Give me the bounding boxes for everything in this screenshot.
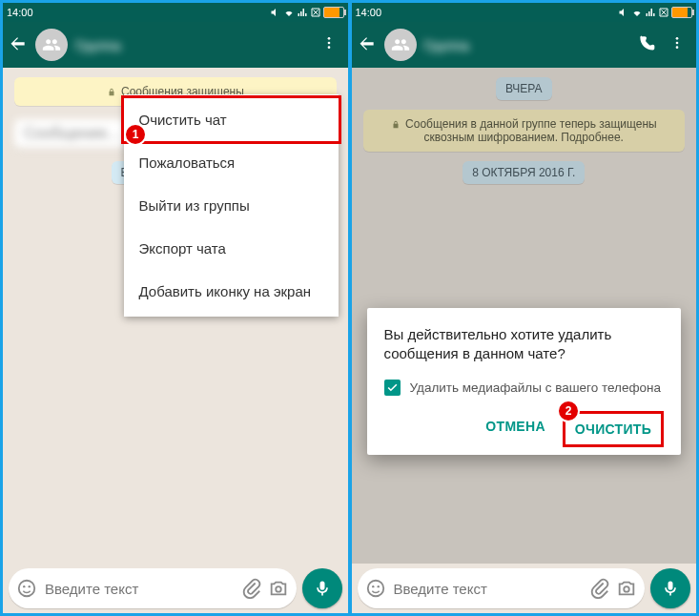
battery-icon <box>671 7 692 18</box>
chat-title[interactable]: Группа <box>424 37 630 53</box>
callout-marker-2: 2 <box>557 400 580 422</box>
signal-icon <box>297 7 308 18</box>
group-avatar[interactable] <box>35 29 68 61</box>
mute-icon <box>270 7 281 18</box>
svg-point-9 <box>676 46 679 49</box>
svg-point-11 <box>372 585 374 587</box>
svg-point-13 <box>624 586 629 592</box>
checkbox-label: Удалить медиафайлы с вашего телефона <box>410 380 662 397</box>
status-icons <box>618 7 692 18</box>
close-box-icon <box>658 7 669 18</box>
status-bar: 14:00 <box>3 3 348 22</box>
chat-header: Группа <box>3 22 348 68</box>
battery-icon <box>323 7 344 18</box>
checkbox-checked[interactable] <box>384 380 401 396</box>
group-avatar[interactable] <box>384 29 417 61</box>
menu-item-leave-group[interactable]: Выйти из группы <box>124 184 339 227</box>
chat-body: Сообщения защищены Сообщение... Вы были … <box>3 68 348 564</box>
svg-point-1 <box>327 42 330 45</box>
status-time: 14:00 <box>356 7 382 18</box>
phone-right: 14:00 Группа ВЧЕРА Сообщения в данной гр… <box>351 2 698 614</box>
message-input-field[interactable] <box>9 568 297 608</box>
camera-icon[interactable] <box>616 578 637 599</box>
svg-point-0 <box>327 37 330 40</box>
svg-point-6 <box>276 586 281 592</box>
phone-left: 14:00 Группа Сообщения защищены Сообщени… <box>2 2 349 614</box>
message-input[interactable] <box>392 580 585 598</box>
callout-marker-1: 1 <box>124 123 147 146</box>
chat-body: ВЧЕРА Сообщения в данной группе теперь з… <box>352 68 697 564</box>
wifi-icon <box>283 7 295 18</box>
menu-item-report[interactable]: Пожаловаться <box>124 141 339 184</box>
message-bubble[interactable]: Сообщение... <box>14 119 129 148</box>
svg-point-2 <box>327 46 330 49</box>
status-icons <box>270 7 344 18</box>
message-input-field[interactable] <box>358 568 646 608</box>
input-bar <box>352 564 697 613</box>
attach-icon[interactable] <box>241 578 262 599</box>
dialog-title: Вы действительно хотите удалить сообщени… <box>384 325 665 364</box>
close-box-icon <box>310 7 321 18</box>
menu-item-add-shortcut[interactable]: Добавить иконку на экран <box>124 270 339 313</box>
svg-point-7 <box>676 37 679 40</box>
attach-icon[interactable] <box>589 578 610 599</box>
chat-title[interactable]: Группа <box>75 37 308 53</box>
svg-point-10 <box>367 581 383 597</box>
mic-button[interactable] <box>302 568 342 608</box>
menu-item-clear-chat[interactable]: Очистить чат <box>121 95 341 144</box>
more-button[interactable] <box>316 30 342 60</box>
more-button[interactable] <box>664 30 690 60</box>
mic-button[interactable] <box>650 568 690 608</box>
dialog-checkbox-row[interactable]: Удалить медиафайлы с вашего телефона <box>384 380 665 397</box>
svg-point-5 <box>29 585 31 587</box>
svg-point-12 <box>377 585 379 587</box>
wifi-icon <box>631 7 643 18</box>
input-bar <box>3 564 348 613</box>
dialog-cancel-button[interactable]: ОТМЕНА <box>476 411 554 447</box>
message-input[interactable] <box>43 580 236 598</box>
status-bar: 14:00 <box>352 3 697 22</box>
signal-icon <box>645 7 656 18</box>
clear-chat-dialog: Вы действительно хотите удалить сообщени… <box>367 308 682 455</box>
mute-icon <box>618 7 629 18</box>
back-button[interactable] <box>9 33 28 56</box>
context-menu: Очистить чат Пожаловаться Выйти из групп… <box>124 94 339 317</box>
lock-icon <box>107 88 116 97</box>
camera-icon[interactable] <box>268 578 289 599</box>
menu-item-export-chat[interactable]: Экспорт чата <box>124 227 339 270</box>
status-time: 14:00 <box>7 7 33 18</box>
svg-point-4 <box>23 585 25 587</box>
svg-point-3 <box>19 581 35 597</box>
call-button[interactable] <box>637 33 656 56</box>
back-button[interactable] <box>358 33 377 56</box>
svg-point-8 <box>676 42 679 45</box>
emoji-icon[interactable] <box>16 578 37 599</box>
chat-header: Группа <box>352 22 697 68</box>
emoji-icon[interactable] <box>365 578 386 599</box>
